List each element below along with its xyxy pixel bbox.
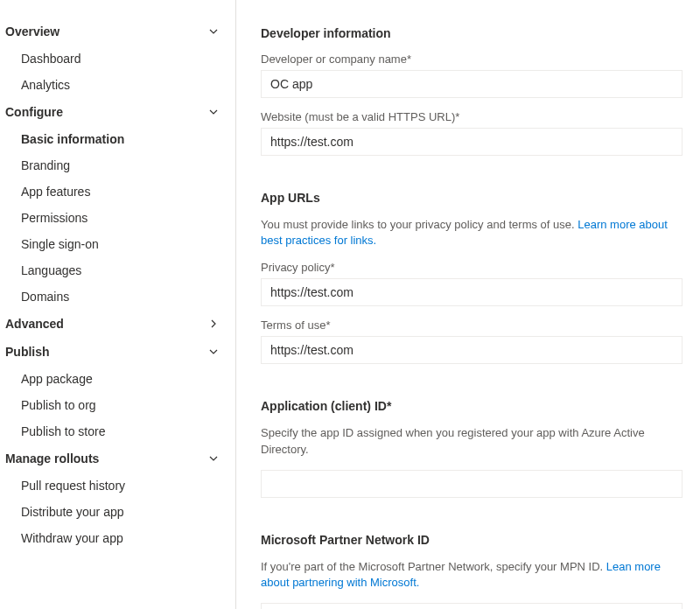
mpn-id-description: If you're part of the Microsoft Partner … [261,559,682,591]
nav-section-manage-rollouts[interactable]: Manage rollouts [0,444,235,472]
mpn-id-input[interactable] [261,603,682,609]
sidebar-item-branding[interactable]: Branding [0,152,235,178]
sidebar-item-single-sign-on[interactable]: Single sign-on [0,231,235,257]
sidebar-item-dashboard[interactable]: Dashboard [0,46,235,72]
label-website: Website (must be a valid HTTPS URL)* [261,110,682,123]
section-title-app-urls: App URLs [261,191,682,205]
chevron-down-icon [207,452,220,465]
nav-section-publish[interactable]: Publish [0,338,235,366]
developer-company-name-input[interactable] [261,70,682,98]
nav-section-label: Manage rollouts [5,452,99,466]
app-urls-description: You must provide links to your privacy p… [261,217,682,248]
label-privacy-policy: Privacy policy* [261,261,682,274]
sidebar-item-domains[interactable]: Domains [0,284,235,310]
nav-section-configure[interactable]: Configure [0,98,235,126]
nav-section-label: Overview [5,24,60,38]
sidebar-item-permissions[interactable]: Permissions [0,205,235,231]
privacy-policy-input[interactable] [261,278,682,306]
nav-section-label: Publish [5,345,50,359]
section-title-application-client-id: Application (client) ID* [261,399,682,413]
sidebar-item-analytics[interactable]: Analytics [0,72,235,98]
nav-section-overview[interactable]: Overview [0,18,235,46]
sidebar-item-app-package[interactable]: App package [0,366,235,392]
sidebar-item-publish-to-store[interactable]: Publish to store [0,418,235,444]
application-client-id-input[interactable] [261,470,682,498]
sidebar-item-app-features[interactable]: App features [0,178,235,205]
label-developer-company-name: Developer or company name* [261,52,682,66]
website-input[interactable] [261,128,682,156]
nav-section-advanced[interactable]: Advanced [0,310,235,338]
sidebar-item-pull-request-history[interactable]: Pull request history [0,472,235,499]
nav-section-label: Configure [5,105,63,119]
nav-section-label: Advanced [5,317,64,331]
sidebar-item-distribute-your-app[interactable]: Distribute your app [0,499,235,525]
main-content: Developer information Developer or compa… [236,0,700,609]
chevron-down-icon [207,25,220,38]
sidebar-item-basic-information[interactable]: Basic information [0,126,235,152]
section-title-developer-information: Developer information [261,26,682,40]
app-urls-desc-text: You must provide links to your privacy p… [261,218,578,231]
chevron-down-icon [207,106,220,118]
application-client-id-description: Specify the app ID assigned when you reg… [261,425,682,457]
sidebar-item-languages[interactable]: Languages [0,257,235,284]
label-terms-of-use: Terms of use* [261,318,682,332]
chevron-down-icon [207,346,220,358]
chevron-right-icon [207,318,220,330]
sidebar: Overview Dashboard Analytics Configure B… [0,0,236,609]
terms-of-use-input[interactable] [261,336,682,364]
sidebar-item-publish-to-org[interactable]: Publish to org [0,392,235,418]
section-title-mpn-id: Microsoft Partner Network ID [261,533,682,547]
sidebar-item-withdraw-your-app[interactable]: Withdraw your app [0,525,235,551]
mpn-desc-text: If you're part of the Microsoft Partner … [261,560,606,573]
